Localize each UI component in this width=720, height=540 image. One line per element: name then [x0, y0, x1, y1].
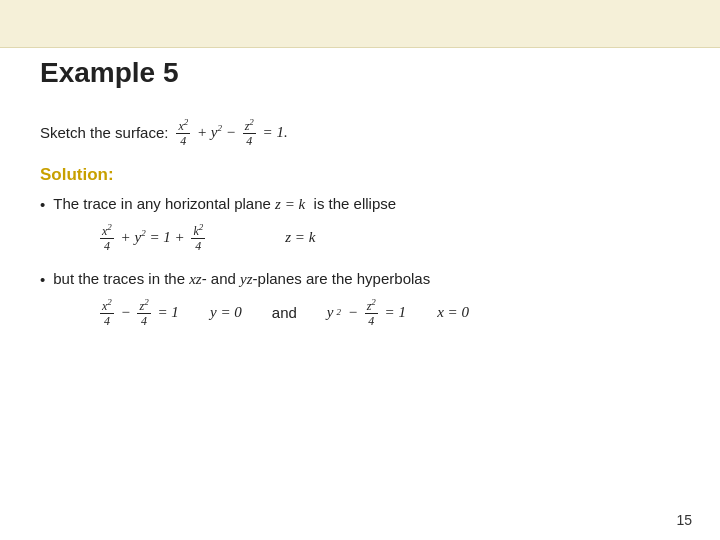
sketch-line: Sketch the surface: x2 4 + y2 − z2 4 = 1…	[40, 118, 680, 147]
formula-block-2: x2 4 − z2 4 = 1 y = 0 and y2 − z2 4 = 1	[100, 298, 680, 327]
solution-header: Solution:	[40, 165, 680, 185]
bullet1: • The trace in any horizontal plane z = …	[40, 195, 680, 213]
frac-z2-4-surface: z2 4	[243, 118, 256, 147]
x-equals-0: x = 0	[426, 304, 469, 321]
surface-formula: x2 4 + y2 − z2 4 = 1.	[176, 118, 287, 147]
y-equals-0: y = 0	[199, 304, 242, 321]
page-title: Example 5	[0, 48, 720, 98]
frac-x2-4: x2 4	[176, 118, 190, 147]
hyperbola-formula-2: y2 − z2 4 = 1	[327, 298, 406, 327]
formula-block-1: x2 4 + y2 = 1 + k2 4 z = k	[100, 223, 680, 252]
z-k-label: z = k	[285, 229, 315, 246]
top-bar	[0, 0, 720, 48]
bullet2: • but the traces in the xz- and yz-plane…	[40, 270, 680, 288]
page-number: 15	[676, 512, 692, 528]
content-area: Sketch the surface: x2 4 + y2 − z2 4 = 1…	[0, 98, 720, 355]
bullet2-text: but the traces in the xz- and yz-planes …	[53, 270, 430, 288]
bullet2-dot: •	[40, 271, 45, 288]
bullet1-dot: •	[40, 196, 45, 213]
ellipse-formula: x2 4 + y2 = 1 + k2 4	[100, 223, 205, 252]
bullet1-text: The trace in any horizontal plane z = k …	[53, 195, 396, 213]
sketch-label: Sketch the surface:	[40, 124, 168, 141]
hyperbola-formula-1: x2 4 − z2 4 = 1	[100, 298, 179, 327]
and-label: and	[272, 304, 297, 321]
